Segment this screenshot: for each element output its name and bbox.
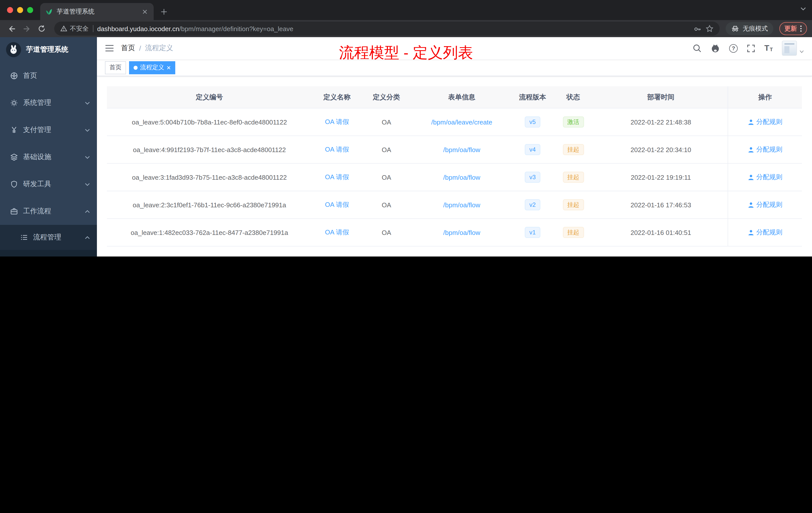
definition-name-link[interactable]: OA 请假: [325, 200, 349, 209]
browser-window: 芋道管理系统 不安全: [0, 0, 812, 256]
sidebar-item-process-form[interactable]: 流程表单: [0, 250, 97, 256]
caret-down-icon: [800, 50, 804, 53]
definition-name-link[interactable]: OA 请假: [325, 173, 349, 182]
assign-rule-button[interactable]: 分配规则: [748, 228, 782, 237]
hamburger-icon[interactable]: [105, 44, 114, 52]
browser-tab[interactable]: 芋道管理系统: [40, 3, 154, 20]
tab-close-icon[interactable]: [141, 7, 149, 16]
incognito-label: 无痕模式: [743, 24, 768, 33]
user-menu[interactable]: [782, 41, 804, 56]
tab-favicon-icon: [45, 8, 53, 15]
status-badge: 挂起: [563, 227, 584, 238]
tag-process-definition[interactable]: 流程定义: [129, 61, 175, 74]
window-zoom-button[interactable]: [27, 7, 33, 13]
new-tab-button[interactable]: [157, 4, 171, 19]
search-icon[interactable]: [693, 44, 701, 53]
deploy-time: 2022-01-16 01:40:51: [594, 219, 728, 246]
back-button[interactable]: [5, 22, 18, 35]
column-header-category: 定义分类: [362, 86, 411, 109]
definition-name-link[interactable]: OA 请假: [325, 145, 349, 154]
yen-icon: [10, 126, 18, 134]
tag-label: 流程定义: [140, 63, 164, 72]
url-path: /bpm/manager/definition?key=oa_leave: [179, 25, 293, 32]
assign-rule-button[interactable]: 分配规则: [748, 173, 782, 182]
sidebar-item-label: 流程管理: [33, 233, 80, 242]
sidebar-item-process-management[interactable]: 流程管理: [0, 225, 97, 250]
breadcrumb-separator: /: [139, 44, 141, 52]
form-link[interactable]: /bpm/oa/flow: [443, 229, 480, 236]
deploy-time: 2022-01-16 17:46:53: [594, 191, 728, 219]
sidebar-item-infrastructure[interactable]: 基础设施: [0, 144, 97, 171]
fullscreen-icon[interactable]: [747, 44, 755, 53]
tag-label: 首页: [110, 63, 121, 72]
shield-icon: [10, 180, 18, 188]
sidebar-logo[interactable]: 芋道管理系统: [0, 37, 97, 62]
tag-close-icon[interactable]: [167, 65, 171, 69]
github-icon[interactable]: [710, 43, 720, 53]
url-host: dashboard.yudao.iocoder.cn: [97, 25, 179, 32]
breadcrumb-home[interactable]: 首页: [121, 44, 135, 53]
form-link[interactable]: /bpm/oa/leave/create: [431, 118, 492, 126]
chevron-down-icon: [85, 101, 90, 105]
incognito-icon: [731, 25, 739, 33]
definition-name-link[interactable]: OA 请假: [325, 117, 349, 126]
definition-id: oa_leave:1:482ec033-762a-11ec-8477-a2380…: [107, 219, 312, 246]
update-label: 更新: [784, 24, 797, 33]
dashboard-icon: [10, 72, 18, 80]
chevron-down-icon: [85, 182, 90, 186]
table-row: oa_leave:1:482ec033-762a-11ec-8477-a2380…: [107, 219, 802, 246]
definition-category: OA: [362, 136, 411, 163]
version-badge: v1: [525, 227, 540, 238]
column-header-status: 状态: [552, 86, 594, 109]
form-link[interactable]: /bpm/oa/flow: [443, 146, 480, 153]
column-header-actions: 操作: [728, 86, 802, 109]
assign-rule-button[interactable]: 分配规则: [748, 117, 782, 126]
version-badge: v5: [525, 117, 540, 127]
assign-rule-label: 分配规则: [756, 200, 782, 209]
form-link[interactable]: /bpm/oa/flow: [443, 174, 480, 181]
version-badge: v3: [525, 172, 540, 183]
page-content: 定义编号 定义名称 定义分类 表单信息 流程版本 状态 部署时间 操作 oa_l…: [97, 76, 812, 256]
kebab-menu-icon[interactable]: [800, 25, 802, 32]
table-row: oa_leave:3:1fad3d93-7b75-11ec-a3c8-acde4…: [107, 163, 802, 191]
sidebar-item-workflow[interactable]: 工作流程: [0, 198, 97, 225]
address-bar[interactable]: 不安全 dashboard.yudao.iocoder.cn/bpm/manag…: [54, 22, 720, 36]
avatar[interactable]: [782, 41, 797, 56]
sidebar-item-system[interactable]: 系统管理: [0, 89, 97, 117]
assign-rule-button[interactable]: 分配规则: [748, 200, 782, 209]
table-row: oa_leave:5:004b710b-7b8a-11ec-8ef0-acde4…: [107, 109, 802, 136]
definition-id: oa_leave:3:1fad3d93-7b75-11ec-a3c8-acde4…: [107, 163, 312, 191]
definition-table: 定义编号 定义名称 定义分类 表单信息 流程版本 状态 部署时间 操作 oa_l…: [107, 86, 802, 246]
definition-name-link[interactable]: OA 请假: [325, 228, 349, 237]
sidebar-item-label: 支付管理: [23, 125, 80, 134]
assign-rule-button[interactable]: 分配规则: [748, 145, 782, 154]
breadcrumb: 首页 / 流程定义: [121, 44, 173, 53]
assign-rule-label: 分配规则: [756, 145, 782, 154]
security-chip[interactable]: 不安全: [60, 24, 89, 33]
sidebar-item-label: 工作流程: [23, 207, 80, 216]
sidebar-item-label: 基础设施: [23, 153, 80, 162]
window-minimize-button[interactable]: [17, 7, 23, 13]
definition-category: OA: [362, 163, 411, 191]
status-badge: 挂起: [563, 199, 584, 210]
sidebar-item-payment[interactable]: 支付管理: [0, 117, 97, 144]
password-key-icon[interactable]: [694, 25, 701, 33]
status-badge: 激活: [563, 117, 584, 127]
window-close-button[interactable]: [7, 7, 13, 13]
forward-button[interactable]: [20, 22, 33, 35]
table-row: oa_leave:2:3c1f0ef1-76b1-11ec-9c66-a2380…: [107, 191, 802, 219]
browser-update-button[interactable]: 更新: [779, 22, 807, 35]
column-header-version: 流程版本: [513, 86, 552, 109]
sidebar-item-devtools[interactable]: 研发工具: [0, 171, 97, 198]
reload-button[interactable]: [35, 22, 48, 35]
font-size-icon[interactable]: [764, 44, 773, 52]
help-icon[interactable]: [729, 44, 738, 53]
tag-home[interactable]: 首页: [105, 61, 126, 74]
tab-search-icon[interactable]: [801, 6, 806, 11]
sidebar-item-home[interactable]: 首页: [0, 62, 97, 89]
bookmark-star-icon[interactable]: [705, 25, 714, 33]
form-link[interactable]: /bpm/oa/flow: [443, 201, 480, 209]
sidebar-item-label: 研发工具: [23, 180, 80, 189]
definition-category: OA: [362, 219, 411, 246]
briefcase-icon: [10, 207, 18, 215]
